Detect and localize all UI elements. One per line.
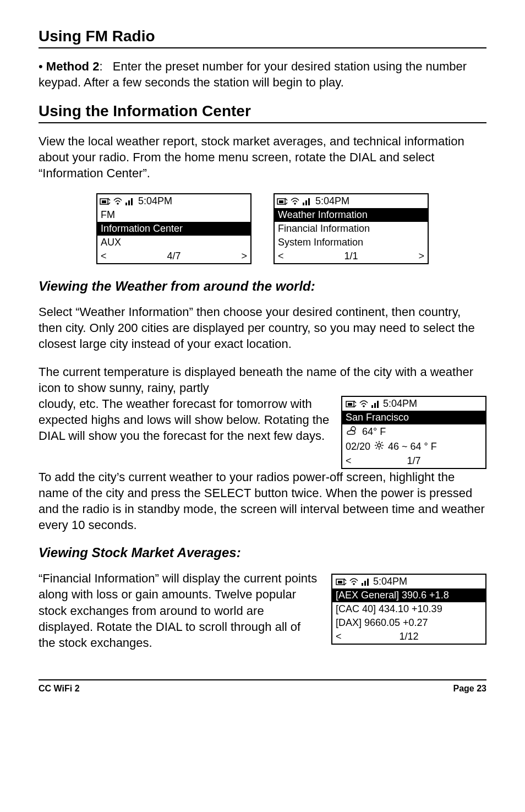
forecast-range: 46 ~ 64 ° F	[388, 441, 437, 453]
ethernet-icon	[100, 197, 111, 206]
ethernet-icon	[277, 197, 288, 206]
menu-item-fm[interactable]: FM	[97, 208, 250, 222]
forecast-date: 02/20	[346, 441, 370, 453]
svg-rect-39	[362, 583, 363, 586]
screen-stock: 5:04PM [AEX General] 390.6 +1.8 [CAC 40]…	[331, 574, 486, 645]
pager: < 1/12	[332, 630, 485, 644]
svg-rect-7	[131, 198, 133, 205]
svg-rect-5	[125, 203, 127, 205]
svg-point-38	[353, 583, 355, 585]
subheading-weather: Viewing the Weather from around the worl…	[39, 279, 486, 294]
svg-rect-14	[305, 200, 307, 205]
svg-rect-17	[348, 403, 352, 406]
signal-icon	[371, 400, 381, 408]
menu-item-financial-info[interactable]: Financial Information	[275, 222, 428, 236]
screen-info-menu: 5:04PM Weather Information Financial Inf…	[274, 193, 429, 264]
menu-item-weather-info[interactable]: Weather Information	[275, 208, 428, 222]
pager: < 4/7 >	[97, 249, 250, 263]
signal-icon	[302, 197, 312, 206]
heading-info-center: Using the Information Center	[39, 102, 486, 120]
pager-pos: 1/1	[344, 250, 358, 262]
clock-text: 5:04PM	[373, 576, 407, 587]
ethernet-icon	[346, 400, 357, 408]
svg-rect-22	[374, 403, 376, 408]
paragraph-method2: • Method 2: Enter the preset number for …	[39, 58, 486, 90]
clock-text: 5:04PM	[315, 195, 349, 207]
wifi-icon	[349, 577, 359, 586]
paragraph-stock-1: “Financial Information” will display the…	[39, 570, 320, 650]
svg-line-32	[381, 442, 382, 443]
svg-line-30	[376, 442, 377, 443]
method2-label: Method 2	[46, 59, 100, 73]
weather-current: 64° F	[342, 424, 485, 439]
pager-pos: 1/12	[380, 631, 438, 642]
subheading-stock: Viewing Stock Market Averages:	[39, 545, 486, 560]
svg-rect-41	[367, 579, 369, 586]
pager-prev[interactable]: <	[278, 250, 284, 262]
paragraph-info-intro: View the local weather report, stock mar…	[39, 133, 486, 181]
ethernet-icon	[336, 577, 347, 586]
svg-rect-13	[303, 203, 304, 205]
menu-item-system-info[interactable]: System Information	[275, 236, 428, 249]
divider	[39, 122, 486, 123]
status-bar: 5:04PM	[275, 194, 428, 208]
weather-forecast: 02/20 46 ~ 64 ° F	[342, 439, 485, 454]
pager-prev[interactable]: <	[346, 455, 386, 467]
pager-prev[interactable]: <	[336, 631, 380, 642]
svg-point-25	[378, 444, 381, 447]
svg-rect-35	[338, 581, 342, 584]
signal-icon	[125, 197, 135, 206]
paragraph-weather-2b: cloudy, etc. The weather forecast for to…	[39, 396, 330, 444]
paragraph-weather-3: To add the city’s current weather to you…	[39, 469, 486, 533]
pager-pos: 4/7	[167, 250, 181, 262]
screen-weather: 5:04PM San Francisco 64° F 02/20 46 ~ 64…	[341, 396, 486, 469]
wifi-icon	[359, 400, 369, 408]
stock-row-dax[interactable]: [DAX] 9660.05 +0.27	[332, 616, 485, 630]
pager: < 1/7	[342, 454, 485, 468]
weather-temp: 64° F	[362, 426, 386, 438]
svg-point-4	[117, 203, 119, 205]
pager-next[interactable]: >	[241, 250, 247, 262]
svg-line-31	[381, 448, 382, 449]
clock-text: 5:04PM	[383, 398, 417, 410]
screen-main-menu: 5:04PM FM Information Center AUX < 4/7 >	[96, 193, 251, 264]
svg-rect-40	[364, 581, 366, 586]
clock-text: 5:04PM	[138, 195, 172, 207]
menu-item-info-center[interactable]: Information Center	[97, 222, 250, 236]
paragraph-weather-2a: The current temperature is displayed ben…	[39, 364, 486, 396]
menu-item-aux[interactable]: AUX	[97, 236, 250, 249]
svg-rect-6	[128, 200, 130, 205]
svg-rect-23	[377, 401, 379, 408]
pager-prev[interactable]: <	[101, 250, 107, 262]
paragraph-weather-1: Select “Weather Information” then choose…	[39, 304, 486, 352]
svg-point-20	[363, 405, 365, 407]
page-footer: CC WiFi 2 Page 23	[39, 679, 486, 694]
pager-next[interactable]: >	[418, 250, 424, 262]
divider	[39, 47, 486, 48]
svg-rect-9	[279, 200, 283, 203]
wifi-icon	[290, 197, 300, 206]
wifi-icon	[113, 197, 123, 206]
sunny-icon	[374, 440, 385, 453]
weather-city[interactable]: San Francisco	[342, 411, 485, 424]
stock-row-aex[interactable]: [AEX General] 390.6 +1.8	[332, 588, 485, 602]
status-bar: 5:04PM	[342, 397, 485, 411]
pager-pos: 1/7	[386, 455, 441, 467]
svg-point-12	[294, 203, 296, 205]
stock-row-cac[interactable]: [CAC 40] 434.10 +10.39	[332, 602, 485, 616]
signal-icon	[361, 577, 371, 586]
heading-fm-radio: Using FM Radio	[39, 28, 486, 45]
partly-cloudy-icon	[346, 426, 359, 438]
pager: < 1/1 >	[275, 249, 428, 263]
footer-product: CC WiFi 2	[39, 684, 80, 694]
svg-line-33	[376, 448, 377, 449]
status-bar: 5:04PM	[332, 575, 485, 588]
status-bar: 5:04PM	[97, 194, 250, 208]
svg-rect-15	[308, 198, 310, 205]
svg-rect-21	[371, 405, 373, 408]
svg-rect-1	[102, 200, 106, 203]
footer-page: Page 23	[453, 684, 486, 694]
